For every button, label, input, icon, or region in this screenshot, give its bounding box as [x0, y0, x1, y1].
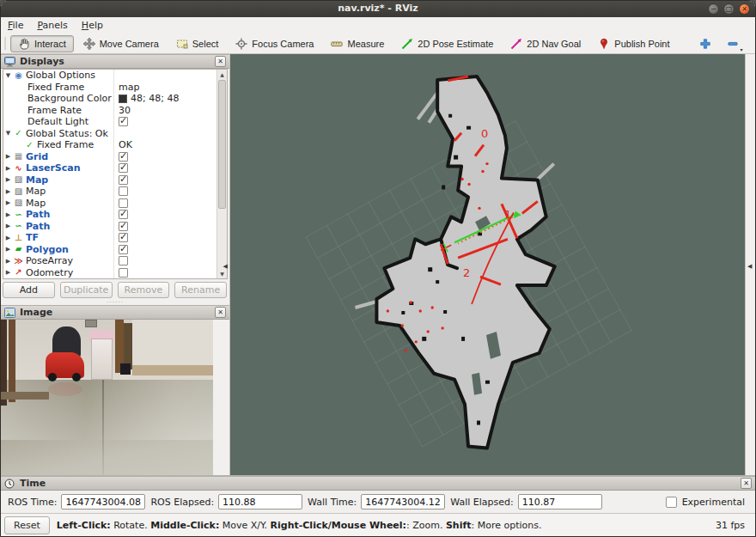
display-row-fixed-frame[interactable]: Fixed Framemap	[3, 82, 216, 94]
display-row-value[interactable]: 48; 48; 48	[113, 93, 216, 105]
image-panel-header[interactable]: Image ✕	[1, 305, 229, 320]
display-enabled-checkbox[interactable]	[119, 222, 128, 231]
display-enabled-checkbox[interactable]	[119, 163, 128, 173]
expander-icon[interactable]: ▶	[3, 176, 13, 183]
time-panel-header[interactable]: Time ✕	[1, 476, 755, 491]
close-time-panel-button[interactable]: ✕	[741, 478, 752, 489]
close-icon[interactable]: ✕	[739, 3, 750, 15]
display-row-value[interactable]	[113, 162, 216, 174]
scroll-up-icon[interactable]: ▲	[217, 70, 227, 79]
expander-icon[interactable]: ▶	[3, 269, 13, 276]
display-enabled-checkbox[interactable]	[119, 256, 128, 265]
display-row-global-options[interactable]: ▼◉Global Options	[3, 70, 216, 82]
chevron-down-icon[interactable]: ▾	[741, 46, 743, 52]
scroll-down-icon[interactable]: ▼	[217, 269, 227, 278]
expander-icon[interactable]: ▶	[3, 223, 13, 229]
display-row-map[interactable]: ▶▨Map	[3, 186, 216, 198]
display-row-value[interactable]	[113, 267, 216, 279]
expander-icon[interactable]: ▶	[3, 199, 13, 206]
add-button[interactable]: Add	[3, 282, 55, 298]
tool-move-camera-button[interactable]: Move Camera	[76, 35, 167, 52]
display-row-value[interactable]: OK	[113, 139, 216, 151]
visibility-button[interactable]: ▾	[752, 36, 756, 52]
display-enabled-checkbox[interactable]	[119, 152, 128, 162]
display-enabled-checkbox[interactable]	[119, 175, 128, 185]
expander-icon[interactable]: ▶	[3, 153, 13, 160]
display-enabled-checkbox[interactable]	[119, 186, 128, 196]
display-row-map[interactable]: ▶▨Map	[3, 198, 216, 210]
collapse-left-panel-icon[interactable]: ◀	[223, 263, 228, 270]
display-row-laserscan[interactable]: ▶∿LaserScan	[3, 162, 216, 174]
display-row-frame-rate[interactable]: Frame Rate30	[3, 105, 216, 117]
display-enabled-checkbox[interactable]	[119, 233, 128, 242]
maximize-icon[interactable]: □	[723, 3, 735, 15]
tool-select-button[interactable]: Select	[168, 35, 227, 52]
ros-elapsed-input[interactable]: 110.88	[218, 494, 302, 510]
display-row-value[interactable]	[113, 255, 216, 267]
menu-item-help[interactable]: Help	[82, 20, 103, 31]
tool-2d-nav-goal-button[interactable]: 2D Nav Goal	[503, 35, 588, 52]
display-row-value[interactable]: map	[113, 82, 216, 94]
toolbar-grip[interactable]	[4, 37, 6, 50]
display-enabled-checkbox[interactable]	[119, 117, 128, 126]
displays-tree-scrollbar[interactable]: ▲ ▼	[216, 70, 227, 278]
expander-icon[interactable]: ▼	[3, 130, 13, 137]
ros-time-input[interactable]: 1647743004.08	[61, 494, 145, 510]
tool-2d-pose-estimate-button[interactable]: 2D Pose Estimate	[393, 35, 501, 52]
collapse-right-panel-icon[interactable]: ◀	[747, 263, 752, 270]
close-displays-panel-button[interactable]: ✕	[215, 56, 226, 67]
tool-interact-button[interactable]: Interact	[10, 35, 74, 52]
display-row-global-status-ok[interactable]: ▼✓Global Status: Ok	[3, 128, 216, 140]
reset-button[interactable]: Reset	[4, 516, 50, 534]
expander-icon[interactable]: ▶	[3, 235, 13, 241]
display-row-polygon[interactable]: ▶▰Polygon	[3, 244, 216, 256]
minimize-icon[interactable]: −	[708, 3, 719, 15]
display-enabled-checkbox[interactable]	[119, 245, 128, 254]
tool-label: Interact	[34, 39, 66, 49]
zoom-out-button[interactable]: ▾	[724, 36, 741, 52]
display-row-value[interactable]	[113, 209, 216, 221]
tool-focus-camera-button[interactable]: Focus Camera	[228, 35, 321, 52]
tool-measure-button[interactable]: Measure	[323, 35, 392, 52]
expander-icon[interactable]: ▶	[3, 246, 13, 253]
display-row-value[interactable]	[113, 116, 216, 128]
3d-viewport[interactable]: 0 1 2	[230, 54, 745, 475]
display-row-value[interactable]	[113, 232, 216, 244]
titlebar[interactable]: nav.rviz* - RViz − □ ✕	[1, 1, 755, 17]
display-row-grid[interactable]: ▶▦Grid	[3, 151, 216, 163]
zoom-in-button[interactable]	[697, 36, 714, 52]
display-row-value[interactable]	[113, 174, 216, 186]
display-row-map[interactable]: ▶▨Map	[3, 174, 216, 186]
display-row-path[interactable]: ▶∽Path	[3, 221, 216, 233]
display-enabled-checkbox[interactable]	[119, 210, 128, 219]
display-row-tf[interactable]: ▶⊥TF	[3, 232, 216, 244]
display-row-value[interactable]	[113, 244, 216, 256]
expander-icon[interactable]: ▶	[3, 211, 13, 218]
display-row-posearray[interactable]: ▶≫PoseArray	[3, 255, 216, 267]
wall-elapsed-input[interactable]: 110.87	[518, 494, 602, 510]
display-enabled-checkbox[interactable]	[119, 268, 128, 278]
close-image-panel-button[interactable]: ✕	[215, 307, 226, 318]
display-row-background-color[interactable]: Background Color48; 48; 48	[3, 93, 216, 105]
display-row-value[interactable]	[113, 186, 216, 198]
display-row-default-light[interactable]: Default Light	[3, 116, 216, 128]
display-row-fixed-frame[interactable]: ✓Fixed FrameOK	[3, 139, 216, 151]
display-row-value[interactable]	[113, 151, 216, 163]
tool-publish-point-button[interactable]: Publish Point	[590, 35, 677, 52]
menu-item-panels[interactable]: Panels	[37, 20, 67, 31]
expander-icon[interactable]: ▶	[3, 258, 13, 265]
display-row-odometry[interactable]: ▶↗Odometry	[3, 267, 216, 279]
wall-time-input[interactable]: 1647743004.12	[361, 494, 445, 510]
display-row-path[interactable]: ▶∽Path	[3, 209, 216, 221]
experimental-checkbox[interactable]	[666, 497, 677, 508]
display-row-value[interactable]	[113, 221, 216, 233]
expander-icon[interactable]: ▼	[3, 72, 13, 79]
expander-icon[interactable]: ▶	[3, 188, 13, 195]
expander-icon[interactable]: ▶	[3, 165, 13, 172]
scrollbar-thumb[interactable]	[218, 80, 226, 209]
display-row-value[interactable]: 30	[113, 105, 216, 117]
display-enabled-checkbox[interactable]	[119, 198, 128, 208]
display-row-value[interactable]	[113, 198, 216, 210]
displays-panel-header[interactable]: Displays ✕	[1, 54, 229, 69]
menu-item-file[interactable]: File	[8, 20, 23, 31]
